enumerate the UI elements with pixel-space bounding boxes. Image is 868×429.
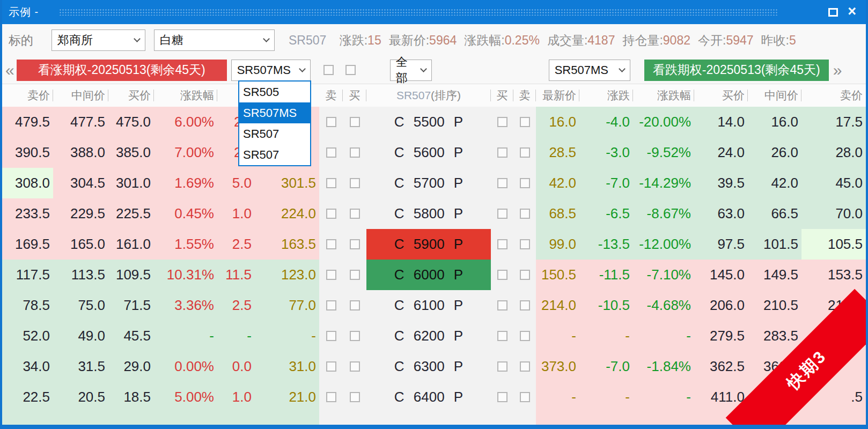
header-put-buy: 买价 — [694, 84, 748, 107]
call-sell-checkbox[interactable] — [326, 392, 336, 402]
put-change: -4.0 — [579, 107, 633, 137]
put-sell-price: 153.5 — [801, 260, 866, 290]
put-buy-checkbox[interactable] — [497, 392, 507, 402]
call-sell-checkbox[interactable] — [326, 300, 336, 310]
series-option[interactable]: SR507 — [239, 123, 310, 144]
put-sell-checkbox[interactable] — [520, 331, 530, 341]
call-buy-checkbox[interactable] — [350, 117, 360, 127]
call-sell-checkbox[interactable] — [326, 147, 336, 158]
series-option[interactable]: SR507MS — [239, 102, 310, 123]
put-sell-checkbox[interactable] — [520, 178, 530, 188]
call-buy-checkbox-cell — [343, 260, 366, 290]
call-buy-checkbox[interactable] — [350, 209, 360, 219]
call-mid-price: 20.5 — [53, 382, 108, 412]
double-chevron-right-icon[interactable]: » — [833, 62, 842, 78]
call-buy-price: 18.5 — [108, 382, 154, 412]
call-buy-checkbox[interactable] — [350, 331, 360, 341]
put-series-select[interactable]: SR507MS — [549, 60, 630, 81]
close-icon[interactable]: × — [848, 4, 856, 19]
double-chevron-left-icon[interactable]: « — [5, 62, 14, 78]
call-sell-checkbox[interactable] — [326, 117, 336, 127]
quote-field-label: 今开: — [698, 33, 726, 47]
chevron-down-icon — [299, 65, 306, 72]
call-last-price: - — [255, 321, 319, 351]
call-change-pct: 1.55% — [154, 229, 217, 260]
quote-field-value: 5 — [789, 33, 796, 47]
put-sell-checkbox[interactable] — [520, 239, 530, 249]
call-last-price: 163.5 — [255, 229, 319, 260]
call-series-select[interactable]: SR507MS — [231, 60, 311, 81]
put-buy-price: 63.0 — [694, 198, 748, 229]
call-buy-price: 301.0 — [108, 168, 154, 198]
put-change: -10.5 — [579, 290, 633, 321]
put-last-price: 99.0 — [536, 229, 579, 260]
header-put-chg: 涨跌 — [579, 84, 633, 107]
call-buy-checkbox[interactable] — [350, 361, 360, 372]
call-sell-checkbox[interactable] — [326, 270, 336, 280]
call-change-pct: 10.31% — [154, 260, 217, 290]
put-mid-price: 283.5 — [748, 321, 801, 351]
put-sell-checkbox[interactable] — [520, 270, 530, 280]
put-last-price: - — [536, 321, 579, 351]
quote-field-value: 5947 — [726, 33, 753, 47]
put-change-pct: -8.67% — [633, 198, 694, 229]
put-sell-checkbox[interactable] — [520, 361, 530, 372]
call-buy-price: 29.0 — [108, 351, 154, 382]
header-call-sell: 卖价 — [2, 84, 53, 107]
put-buy-checkbox[interactable] — [497, 117, 507, 127]
put-buy-checkbox[interactable] — [497, 300, 507, 310]
call-buy-checkbox[interactable] — [350, 178, 360, 188]
put-buy-checkbox-cell — [491, 260, 513, 290]
put-buy-checkbox[interactable] — [497, 361, 507, 372]
put-sell-price: 70.0 — [801, 198, 866, 229]
put-options-banner: 看跌期权-20250513(剩余45天) — [644, 60, 829, 81]
call-mid-price: 165.0 — [53, 229, 108, 260]
header-put-mid: 中间价 — [748, 84, 801, 107]
call-buy-checkbox[interactable] — [350, 147, 360, 158]
product-select[interactable]: 白糖 — [154, 29, 275, 51]
call-buy-checkbox[interactable] — [350, 300, 360, 310]
put-change: -13.5 — [579, 229, 633, 260]
call-buy-checkbox[interactable] — [350, 239, 360, 249]
call-sell-checkbox[interactable] — [326, 331, 336, 341]
underlying-label: 标的 — [9, 32, 33, 49]
put-buy-checkbox[interactable] — [497, 147, 507, 158]
put-sell-checkbox-cell — [513, 107, 536, 137]
put-buy-checkbox[interactable] — [497, 209, 507, 219]
maximize-icon[interactable] — [828, 8, 838, 17]
call-mid-price: 388.0 — [53, 137, 108, 168]
put-sell-checkbox-cell — [513, 321, 536, 351]
toolbar-checkbox[interactable] — [323, 65, 334, 75]
call-sell-checkbox[interactable] — [326, 239, 336, 249]
put-buy-checkbox[interactable] — [497, 331, 507, 341]
call-sell-checkbox-cell — [319, 321, 343, 351]
option-row: 390.5388.0385.07.00%2C 5600 P28.5-3.0-9.… — [2, 137, 866, 168]
put-buy-checkbox[interactable] — [497, 239, 507, 249]
call-buy-checkbox[interactable] — [350, 392, 360, 402]
put-change: -7.0 — [579, 351, 633, 382]
series-option[interactable]: SR507 — [239, 144, 310, 165]
put-sell-checkbox[interactable] — [520, 392, 530, 402]
call-sell-checkbox[interactable] — [326, 209, 336, 219]
put-buy-checkbox-cell — [491, 382, 513, 412]
call-series-value: SR507MS — [237, 63, 291, 77]
call-buy-checkbox[interactable] — [350, 270, 360, 280]
series-option[interactable]: SR505 — [239, 82, 310, 102]
call-sell-checkbox[interactable] — [326, 178, 336, 188]
call-change-pct: - — [154, 321, 217, 351]
put-sell-checkbox[interactable] — [520, 209, 530, 219]
call-buy-price: 45.5 — [108, 321, 154, 351]
exchange-value: 郑商所 — [57, 32, 93, 48]
call-change: 11.5 — [217, 260, 255, 290]
call-sell-checkbox[interactable] — [326, 361, 336, 372]
put-sell-checkbox[interactable] — [520, 300, 530, 310]
strike-filter-select[interactable]: 全部 — [390, 60, 432, 81]
put-sell-checkbox[interactable] — [520, 147, 530, 158]
exchange-select[interactable]: 郑商所 — [52, 29, 145, 51]
call-sell-checkbox-cell — [319, 107, 343, 137]
put-buy-checkbox[interactable] — [497, 178, 507, 188]
toolbar-checkbox[interactable] — [345, 65, 356, 75]
header-put-action-buy: 买 — [491, 84, 513, 107]
put-buy-checkbox[interactable] — [497, 270, 507, 280]
put-sell-checkbox[interactable] — [520, 117, 530, 127]
